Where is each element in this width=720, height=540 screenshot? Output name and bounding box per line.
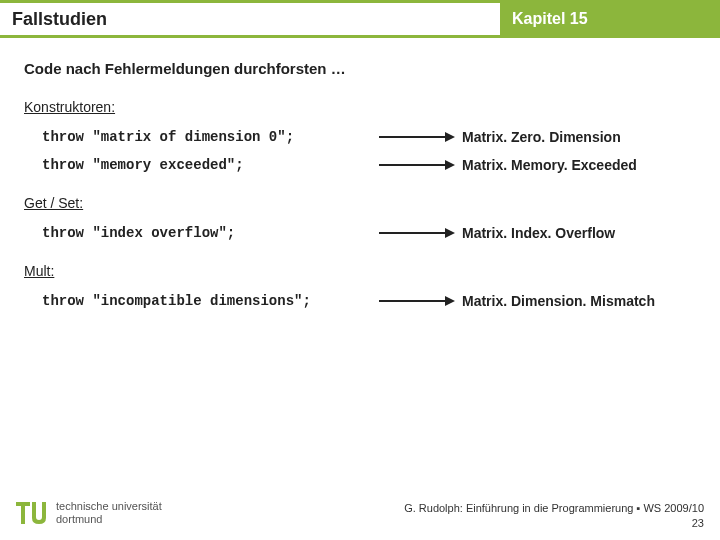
section-mult: Mult: throw "incompatible dimensions"; M… <box>24 263 696 309</box>
arrow-icon <box>372 226 462 240</box>
code-text: throw "index overflow"; <box>42 225 372 241</box>
svg-marker-5 <box>445 228 455 238</box>
header-right: Kapitel 15 <box>500 0 720 38</box>
code-row: throw "index overflow"; Matrix. Index. O… <box>42 225 696 241</box>
result-text: Matrix. Dimension. Mismatch <box>462 293 655 309</box>
svg-marker-3 <box>445 160 455 170</box>
result-text: Matrix. Zero. Dimension <box>462 129 621 145</box>
section-label: Get / Set: <box>24 195 696 211</box>
tu-logo-icon <box>14 496 48 530</box>
section-konstruktoren: Konstruktoren: throw "matrix of dimensio… <box>24 99 696 173</box>
arrow-icon <box>372 294 462 308</box>
code-row: throw "incompatible dimensions"; Matrix.… <box>42 293 696 309</box>
code-row: throw "matrix of dimension 0"; Matrix. Z… <box>42 129 696 145</box>
code-text: throw "matrix of dimension 0"; <box>42 129 372 145</box>
arrow-icon <box>372 130 462 144</box>
code-row: throw "memory exceeded"; Matrix. Memory.… <box>42 157 696 173</box>
section-getset: Get / Set: throw "index overflow"; Matri… <box>24 195 696 241</box>
code-text: throw "incompatible dimensions"; <box>42 293 372 309</box>
svg-marker-1 <box>445 132 455 142</box>
university-logo: technische universität dortmund <box>14 496 162 530</box>
section-label: Mult: <box>24 263 696 279</box>
slide-content: Code nach Fehlermeldungen durchforsten …… <box>0 38 720 309</box>
svg-marker-7 <box>445 296 455 306</box>
uni-line1: technische universität <box>56 500 162 513</box>
credit-text: G. Rudolph: Einführung in die Programmie… <box>404 501 704 515</box>
result-text: Matrix. Memory. Exceeded <box>462 157 637 173</box>
slide-footer: technische universität dortmund G. Rudol… <box>0 496 720 530</box>
result-text: Matrix. Index. Overflow <box>462 225 615 241</box>
university-name: technische universität dortmund <box>56 500 162 525</box>
uni-line2: dortmund <box>56 513 162 526</box>
arrow-icon <box>372 158 462 172</box>
header-left: Fallstudien <box>0 0 500 38</box>
page-number: 23 <box>404 516 704 530</box>
svg-rect-9 <box>21 502 25 524</box>
slide-header: Fallstudien Kapitel 15 <box>0 0 720 38</box>
code-text: throw "memory exceeded"; <box>42 157 372 173</box>
section-label: Konstruktoren: <box>24 99 696 115</box>
credit-block: G. Rudolph: Einführung in die Programmie… <box>404 501 704 530</box>
subtitle: Code nach Fehlermeldungen durchforsten … <box>24 60 696 77</box>
